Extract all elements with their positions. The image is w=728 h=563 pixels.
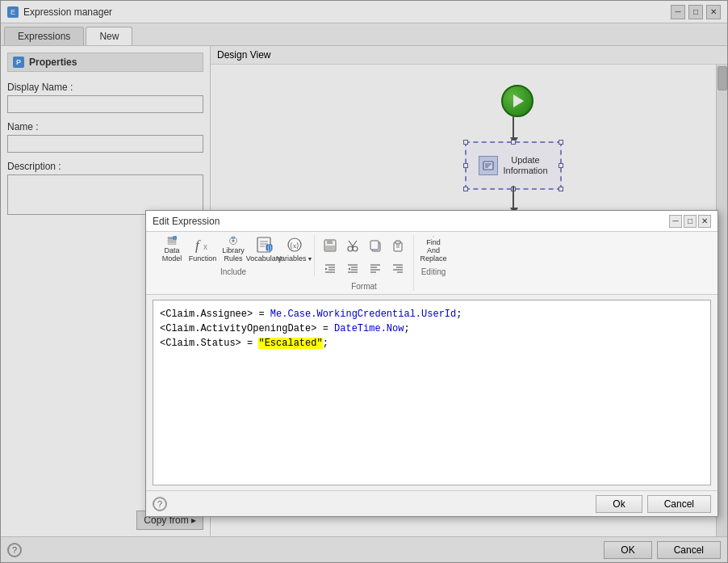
outdent-icon bbox=[346, 262, 359, 275]
vocabulary-button[interactable]: ⟨⟩ Vocabulary bbox=[249, 235, 278, 264]
code-line-1: <Claim.Assignee> = Me.Case.WorkingCreden… bbox=[160, 307, 704, 321]
copy-icon bbox=[369, 239, 382, 252]
library-rules-icon: fx bbox=[224, 236, 242, 246]
svg-rect-33 bbox=[395, 241, 400, 244]
svg-text:x: x bbox=[203, 242, 207, 251]
dialog-controls: ─ □ ✕ bbox=[669, 215, 711, 228]
svg-rect-31 bbox=[370, 241, 379, 250]
dialog-close-button[interactable]: ✕ bbox=[698, 215, 711, 228]
edit-expression-dialog: Edit Expression ─ □ ✕ + bbox=[145, 210, 718, 517]
paste-button[interactable] bbox=[387, 235, 408, 256]
svg-text:⟨x⟩: ⟨x⟩ bbox=[290, 242, 300, 250]
format-row-1 bbox=[320, 235, 408, 256]
format-row-2 bbox=[320, 258, 408, 279]
editing-group-label: Editing bbox=[421, 267, 446, 276]
svg-point-52 bbox=[433, 236, 433, 237]
align-right-icon bbox=[391, 262, 404, 275]
indent-button[interactable] bbox=[320, 258, 341, 279]
svg-text:f: f bbox=[195, 237, 201, 253]
vocabulary-icon: ⟨⟩ bbox=[255, 236, 273, 254]
library-rules-button[interactable]: fx LibraryRules bbox=[219, 235, 248, 264]
dialog-title-bar: Edit Expression ─ □ ✕ bbox=[146, 211, 718, 232]
cut-icon bbox=[346, 239, 359, 252]
svg-point-12 bbox=[232, 239, 234, 242]
find-replace-label: Find AndReplace bbox=[420, 239, 447, 263]
dialog-buttons: Ok Cancel bbox=[596, 495, 711, 513]
dialog-ok-button[interactable]: Ok bbox=[596, 495, 642, 513]
dialog-maximize-button[interactable]: □ bbox=[684, 215, 697, 228]
toolbar-group-include: + DataModel f x Function bbox=[153, 235, 315, 276]
indent-icon bbox=[324, 262, 337, 275]
code-line-3: <Claim.Status> = "Escalated"; bbox=[160, 336, 704, 351]
data-model-label: DataModel bbox=[162, 247, 182, 263]
variables-icon: ⟨x⟩ bbox=[286, 236, 303, 254]
paste-icon bbox=[391, 239, 404, 252]
editing-items: Find AndReplace bbox=[419, 235, 448, 264]
svg-text:⟨⟩: ⟨⟩ bbox=[267, 245, 272, 250]
code-line-2: <Claim.ActivityOpeningDate> = DateTime.N… bbox=[160, 321, 704, 336]
svg-rect-6 bbox=[168, 242, 176, 244]
variables-button[interactable]: ⟨x⟩ Variables ▼ bbox=[280, 235, 309, 264]
format-icons-group bbox=[320, 235, 408, 279]
data-model-icon: + bbox=[163, 236, 181, 246]
cut-button[interactable] bbox=[342, 235, 363, 256]
include-group-label: Include bbox=[220, 267, 246, 276]
function-label: Function bbox=[189, 255, 217, 263]
function-icon: f x bbox=[194, 236, 211, 254]
save-button[interactable] bbox=[320, 235, 341, 256]
align-left-button[interactable] bbox=[365, 258, 386, 279]
align-right-button[interactable] bbox=[387, 258, 408, 279]
format-group-label: Format bbox=[351, 282, 377, 291]
variables-label: Variables ▼ bbox=[277, 255, 313, 263]
expression-editor[interactable]: <Claim.Assignee> = Me.Case.WorkingCreden… bbox=[153, 300, 711, 485]
find-replace-icon bbox=[424, 236, 443, 237]
svg-rect-25 bbox=[325, 246, 335, 250]
dialog-help-icon[interactable]: ? bbox=[153, 497, 167, 511]
toolbar-group-editing: Find AndReplace Editing bbox=[414, 235, 453, 276]
dialog-minimize-button[interactable]: ─ bbox=[669, 215, 682, 228]
outdent-button[interactable] bbox=[342, 258, 363, 279]
function-button[interactable]: f x Function bbox=[188, 235, 217, 264]
find-replace-button[interactable]: Find AndReplace bbox=[419, 235, 448, 264]
dialog-overlay: Edit Expression ─ □ ✕ + bbox=[0, 0, 728, 563]
dialog-bottom: ? Ok Cancel bbox=[146, 490, 718, 516]
data-model-button[interactable]: + DataModel bbox=[157, 235, 186, 264]
library-rules-label: LibraryRules bbox=[222, 247, 245, 263]
copy-button[interactable] bbox=[365, 235, 386, 256]
svg-line-53 bbox=[433, 237, 434, 237]
save-icon bbox=[324, 239, 337, 252]
dialog-cancel-button[interactable]: Cancel bbox=[647, 495, 711, 513]
include-items: + DataModel f x Function bbox=[157, 235, 309, 264]
svg-text:+: + bbox=[174, 237, 176, 240]
dialog-title: Edit Expression bbox=[153, 216, 220, 227]
dialog-toolbar: + DataModel f x Function bbox=[146, 232, 718, 295]
svg-rect-5 bbox=[168, 240, 176, 242]
svg-rect-24 bbox=[327, 240, 333, 244]
toolbar-group-format: Format bbox=[315, 235, 414, 291]
align-left-icon bbox=[369, 262, 382, 275]
format-items bbox=[320, 235, 408, 279]
